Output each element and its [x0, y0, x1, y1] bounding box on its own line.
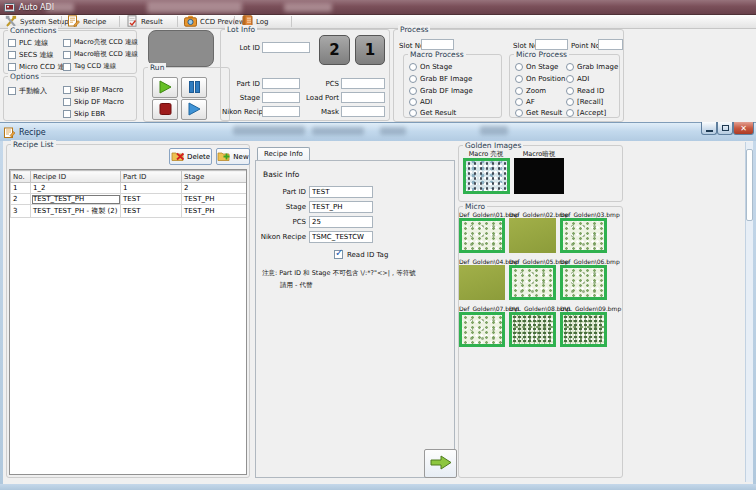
- thumbnail-micro-06[interactable]: [560, 265, 607, 300]
- table-row[interactable]: 3 TEST_TEST_PH - 複製 (2) TEST TEST_PH: [11, 205, 248, 218]
- port-button-2[interactable]: 2: [319, 35, 350, 65]
- thumbnail-micro-04[interactable]: [459, 265, 505, 300]
- radio-label: AF: [526, 98, 535, 106]
- thumbnail-macro-bf[interactable]: [463, 158, 510, 194]
- macro-bf-image: [466, 161, 507, 191]
- cell-recipe-id[interactable]: 1_2: [31, 183, 121, 194]
- info-stage-input[interactable]: [309, 201, 373, 213]
- radio-micro-grab-image[interactable]: Grab Image: [566, 63, 618, 71]
- slot-no-input[interactable]: [421, 39, 454, 50]
- column-header-stage[interactable]: Stage: [182, 171, 248, 183]
- run-pause-button[interactable]: [181, 77, 207, 98]
- column-header-recipe-id[interactable]: Recipe ID: [31, 171, 121, 183]
- radio-macro-on-stage[interactable]: On Stage: [409, 63, 452, 71]
- close-button[interactable]: ✕: [733, 122, 754, 135]
- process-group: Process Slot No Slot No Point No Macro P…: [393, 29, 624, 122]
- slot-no-input-2[interactable]: [535, 39, 568, 50]
- part-id-input[interactable]: [262, 78, 300, 89]
- port-button-1[interactable]: 1: [355, 35, 385, 65]
- checkbox-label: 手動輸入: [19, 86, 47, 96]
- cell-recipe-id[interactable]: TEST_TEST_PH - 複製 (2): [31, 205, 121, 218]
- cell-recipe-id[interactable]: TEST_TEST_PH: [31, 194, 121, 205]
- run-step-button[interactable]: [181, 99, 207, 120]
- column-header-no[interactable]: No.: [11, 171, 31, 183]
- radio-label: On Stage: [420, 63, 452, 71]
- recipe-window-titlebar[interactable]: Recipe: [0, 122, 756, 141]
- checkbox-macro-df-ccd[interactable]: Macro暗視 CCD 連線: [63, 50, 138, 59]
- cell-stage[interactable]: TEST_PH: [182, 205, 248, 218]
- toolbar-button-recipe[interactable]: Recipe: [65, 15, 108, 28]
- pcs-input[interactable]: [341, 78, 385, 89]
- recipe-grid-body[interactable]: No. Recipe ID Part ID Stage 1 1_2 1 2 2 …: [9, 169, 247, 475]
- recipe-table: No. Recipe ID Part ID Stage 1 1_2 1 2 2 …: [10, 170, 247, 218]
- toolbar-button-result[interactable]: Result: [124, 15, 165, 28]
- radio-label: ADI: [577, 75, 589, 83]
- run-play-button[interactable]: [152, 77, 178, 98]
- maximize-button[interactable]: [717, 122, 733, 135]
- recipe-icon: [67, 15, 80, 29]
- cell-no[interactable]: 1: [11, 183, 31, 194]
- cell-no[interactable]: 2: [11, 194, 31, 205]
- nikon-recipe-input[interactable]: [262, 106, 300, 117]
- vertical-scrollbar[interactable]: [745, 142, 753, 482]
- delete-button[interactable]: Delete: [169, 148, 212, 165]
- checkbox-skip-df-macro[interactable]: Skip DF Macro: [63, 98, 124, 106]
- run-stop-button[interactable]: [152, 99, 178, 120]
- tab-recipe-info[interactable]: Recipe Info: [257, 147, 310, 161]
- cell-part-id[interactable]: TEST: [121, 205, 182, 218]
- lot-id-input[interactable]: [262, 42, 310, 53]
- checkbox-skip-bf-macro[interactable]: Skip BF Macro: [63, 86, 123, 94]
- radio-macro-grab-df[interactable]: Grab DF Image: [409, 87, 473, 95]
- radio-micro-read-id[interactable]: Read ID: [566, 87, 604, 95]
- radio-micro-zoom[interactable]: Zoom: [515, 87, 546, 95]
- checkbox-micro-ccd[interactable]: Micro CCD 連線: [8, 62, 71, 72]
- column-header-part-id[interactable]: Part ID: [121, 171, 182, 183]
- minimize-button[interactable]: [701, 122, 717, 135]
- radio-micro-on-position[interactable]: On Position: [515, 75, 565, 83]
- thumbnail-micro-01[interactable]: [459, 218, 505, 253]
- checkbox-skip-ebr[interactable]: Skip EBR: [63, 110, 105, 118]
- checkbox-tag-ccd[interactable]: Tag CCD 連線: [63, 62, 116, 71]
- cell-stage[interactable]: 2: [182, 183, 248, 194]
- load-port-input[interactable]: [341, 92, 385, 103]
- next-arrow-button[interactable]: [424, 449, 457, 478]
- thumbnail-micro-08[interactable]: [509, 312, 556, 347]
- thumbnail-micro-09[interactable]: [560, 312, 607, 347]
- cell-part-id[interactable]: TEST: [121, 194, 182, 205]
- checkbox-manual-input[interactable]: 手動輸入: [8, 86, 47, 96]
- stage-input[interactable]: [262, 92, 300, 103]
- info-part-id-input[interactable]: [309, 186, 373, 198]
- info-nikon-recipe-input[interactable]: [309, 231, 373, 243]
- radio-macro-grab-bf[interactable]: Grab BF Image: [409, 75, 472, 83]
- cell-stage[interactable]: TEST_PH: [182, 194, 248, 205]
- radio-micro-recall[interactable]: [Recall]: [566, 98, 603, 106]
- info-pcs-input[interactable]: [309, 216, 373, 228]
- radio-micro-on-stage[interactable]: On Stage: [515, 63, 558, 71]
- new-button[interactable]: New: [216, 148, 250, 165]
- macro-process-title: Macro Process: [408, 50, 466, 59]
- table-row[interactable]: 2 TEST_TEST_PH TEST TEST_PH: [11, 194, 248, 205]
- read-id-tag-checkbox[interactable]: ✓: [334, 250, 343, 259]
- main-window-titlebar[interactable]: Auto ADI: [0, 0, 756, 15]
- radio-macro-adi[interactable]: ADI: [409, 98, 432, 106]
- checkbox-box: [63, 63, 71, 71]
- thumbnail-micro-02[interactable]: [509, 218, 556, 253]
- cell-part-id[interactable]: 1: [121, 183, 182, 194]
- thumbnail-micro-05[interactable]: [509, 265, 556, 300]
- thumbnail-macro-df[interactable]: [514, 158, 564, 194]
- checkbox-secs[interactable]: SECS 連線: [8, 50, 53, 60]
- table-row[interactable]: 1 1_2 1 2: [11, 183, 248, 194]
- thumbnail-micro-03[interactable]: [560, 218, 607, 253]
- radio-micro-adi[interactable]: ADI: [566, 75, 589, 83]
- radio-micro-af[interactable]: AF: [515, 98, 535, 106]
- thumbnail-micro-07[interactable]: [459, 312, 505, 347]
- radio-macro-get-result[interactable]: Get Result: [409, 109, 456, 117]
- mask-input[interactable]: [341, 106, 385, 117]
- checkbox-plc[interactable]: PLC 連線: [8, 38, 48, 48]
- checkbox-macro-bf-ccd[interactable]: Macro亮視 CCD 連線: [63, 38, 138, 47]
- cell-no[interactable]: 3: [11, 205, 31, 218]
- radio-micro-get-result[interactable]: Get Result: [515, 109, 562, 117]
- scrollbar-thumb[interactable]: [746, 149, 753, 221]
- point-no-input[interactable]: [598, 39, 623, 50]
- radio-micro-accept[interactable]: [Accept]: [566, 109, 606, 117]
